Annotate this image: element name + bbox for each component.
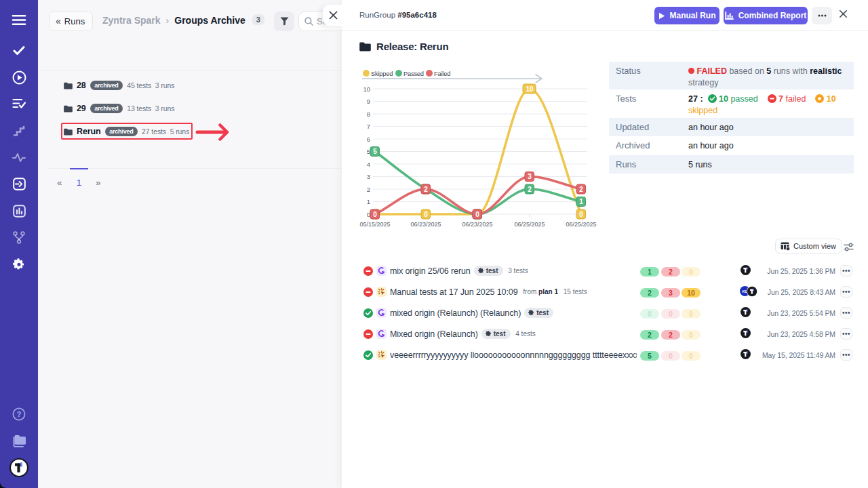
- svg-text:10: 10: [363, 85, 370, 93]
- svg-text:05/15/2025: 05/15/2025: [359, 221, 390, 228]
- svg-text:10: 10: [526, 85, 534, 93]
- svg-text:4: 4: [367, 161, 370, 168]
- svg-text:5: 5: [367, 148, 370, 155]
- svg-text:2: 2: [367, 186, 370, 193]
- svg-text:9: 9: [367, 98, 370, 105]
- svg-text:8: 8: [367, 110, 370, 118]
- svg-text:06/25/2025: 06/25/2025: [514, 221, 545, 228]
- svg-text:06/23/2025: 06/23/2025: [462, 221, 492, 228]
- svg-text:1: 1: [579, 198, 583, 205]
- svg-text:2: 2: [424, 186, 428, 193]
- svg-text:7: 7: [367, 123, 370, 130]
- svg-text:0: 0: [475, 211, 479, 218]
- svg-text:2: 2: [528, 186, 532, 193]
- svg-text:Failed: Failed: [434, 70, 450, 77]
- svg-text:6: 6: [367, 136, 370, 143]
- svg-text:3: 3: [367, 173, 370, 180]
- svg-text:1: 1: [367, 198, 370, 205]
- svg-text:0: 0: [373, 211, 377, 218]
- svg-text:2: 2: [579, 186, 583, 193]
- svg-text:Skipped: Skipped: [371, 70, 393, 77]
- svg-text:Passed: Passed: [403, 70, 424, 77]
- svg-text:?: ?: [16, 410, 21, 418]
- svg-text:0: 0: [424, 211, 428, 218]
- svg-text:0: 0: [579, 211, 583, 218]
- svg-text:06/23/2025: 06/23/2025: [410, 221, 441, 228]
- svg-text:0: 0: [367, 211, 370, 218]
- svg-text:06/25/2025: 06/25/2025: [566, 221, 596, 228]
- svg-text:3: 3: [528, 173, 532, 180]
- svg-text:5: 5: [373, 148, 377, 155]
